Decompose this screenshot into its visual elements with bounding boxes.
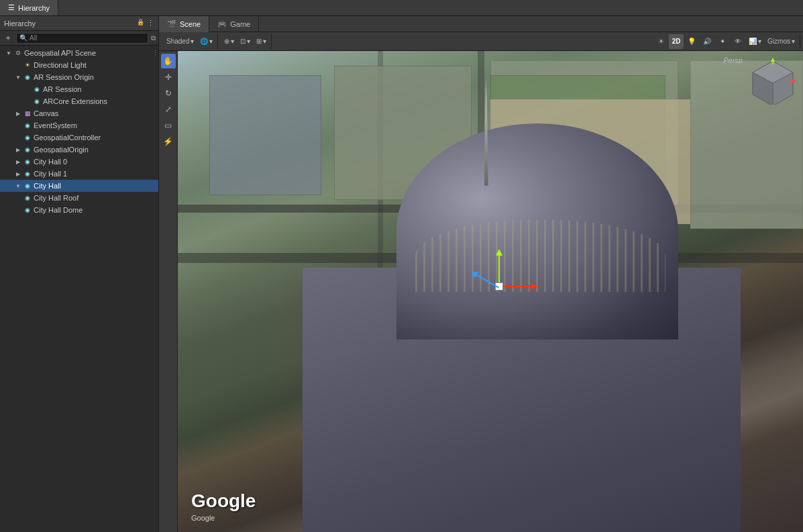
hierarchy-filter-icon[interactable]: ⧉ (151, 34, 156, 42)
lighting-button[interactable]: ☀ (653, 34, 668, 49)
hierarchy-item-city-hall-0[interactable]: ▶ ◉ City Hall 0 (0, 156, 158, 168)
hierarchy-panel: Hierarchy 🔒 ⋮ + 🔍 All ⧉ ▼ ⚙ (0, 16, 159, 532)
global-button[interactable]: ⊞ ▾ (254, 34, 269, 49)
ar-session-origin-icon: ◉ (23, 72, 32, 82)
gizmo-x-axis[interactable] (499, 286, 533, 287)
hierarchy-item-label-eventsystem: EventSystem (34, 121, 77, 129)
hierarchy-item-city-hall-roof[interactable]: ◉ City Hall Roof (0, 192, 158, 204)
stats-button[interactable]: 📊 ▾ (746, 34, 764, 49)
hierarchy-item-city-hall-dome[interactable]: ◉ City Hall Dome (0, 204, 158, 216)
hierarchy-item-geospatial-controller[interactable]: ◉ GeospatialController (0, 131, 158, 144)
nav-cube[interactable] (749, 58, 796, 105)
more-options-icon[interactable]: ⋮ (147, 19, 154, 28)
geospatial-origin-icon: ◉ (23, 145, 32, 154)
hierarchy-item-label-city-hall-dome: City Hall Dome (34, 206, 83, 214)
expand-arrow-scene[interactable]: ▼ (5, 50, 12, 56)
hierarchy-item-ar-session[interactable]: ◉ AR Session (0, 83, 158, 95)
expand-arrow-city-hall-dome (15, 207, 21, 213)
scene-tab-label: Scene (180, 20, 201, 28)
tool-rotate[interactable]: ↻ (161, 86, 176, 101)
globe-button[interactable]: 🌐 ▾ (197, 34, 215, 49)
scene-options[interactable]: ⋮ (152, 50, 158, 56)
draw-mode-label: Shaded (166, 38, 189, 45)
hierarchy-search-box[interactable]: 🔍 All (16, 33, 148, 44)
scene-game-tabs: 🎬 Scene 🎮 Game (159, 16, 803, 32)
hierarchy-item-eventsystem[interactable]: ◉ EventSystem (0, 119, 158, 131)
scene-toolbar: Shaded ▾ 🌐 ▾ ⊕ ▾ ⊡ ▾ (159, 32, 803, 51)
add-hierarchy-button[interactable]: + (3, 33, 13, 44)
2d-button[interactable]: 2D (669, 34, 684, 49)
transform-gizmo[interactable] (466, 253, 533, 320)
tool-hand[interactable]: ✋ (161, 54, 176, 68)
hierarchy-item-canvas[interactable]: ▶ ▦ Canvas (0, 107, 158, 119)
hierarchy-item-label-ar-session: AR Session (43, 85, 81, 93)
gizmos-button[interactable]: Gizmos ▾ (765, 34, 798, 49)
hierarchy-item-city-hall-2[interactable]: ▼ ◉ City Hall (0, 180, 158, 192)
expand-arrow-city-hall-2[interactable]: ▼ (15, 182, 21, 189)
svg-marker-7 (792, 79, 796, 83)
expand-arrow-canvas[interactable]: ▶ (15, 110, 21, 117)
tool-scale[interactable]: ⤢ (161, 102, 176, 117)
hierarchy-item-city-hall-1[interactable]: ▶ ◉ City Hall 1 (0, 168, 158, 180)
fx-icon: ✦ (720, 38, 725, 45)
canvas-icon: ▦ (23, 109, 32, 118)
tab-game[interactable]: 🎮 Game (209, 16, 259, 32)
scene-tab-icon: 🎬 (167, 20, 176, 29)
hierarchy-item-ar-session-origin[interactable]: ▼ ◉ AR Session Origin (0, 71, 158, 83)
city-hall-roof-icon: ◉ (23, 193, 32, 203)
hierarchy-item-label-city-hall-1: City Hall 1 (34, 170, 67, 178)
light-toggle-button[interactable]: 💡 (684, 34, 699, 49)
hierarchy-item-label-canvas: Canvas (34, 109, 58, 117)
audio-button[interactable]: 🔊 (700, 34, 714, 49)
globe-icon: 🌐 (200, 38, 208, 45)
hierarchy-item-arcore-extensions[interactable]: ◉ ARCore Extensions (0, 95, 158, 107)
city-hall-0-icon: ◉ (23, 157, 32, 166)
gizmo-z-axis[interactable] (475, 274, 499, 288)
tool-transform[interactable]: ⚡ (161, 134, 176, 149)
search-placeholder: All (30, 34, 37, 42)
draw-mode-button[interactable]: Shaded ▾ (164, 34, 197, 49)
hierarchy-item-geospatial-scene[interactable]: ▼ ⚙ Geospatial API Scene ⋮ (0, 47, 158, 59)
pivot-button[interactable]: ⊡ ▾ (237, 34, 253, 49)
ar-session-icon: ◉ (32, 85, 42, 94)
tool-rect[interactable]: ▭ (161, 118, 176, 133)
rotate-icon: ↻ (165, 89, 172, 98)
gizmo-y-head (496, 249, 502, 256)
2d-label: 2D (672, 38, 681, 45)
transform-icon: ⚡ (163, 137, 173, 146)
move-gizmo-icon: ⊕ (224, 38, 229, 45)
fx-button[interactable]: ✦ (715, 34, 730, 49)
stats-icon: 📊 (749, 38, 757, 45)
hierarchy-item-label-scene: Geospatial API Scene (24, 49, 96, 57)
game-tab-icon: 🎮 (217, 20, 227, 29)
globe-arrow: ▾ (209, 38, 213, 45)
expand-arrow-geospatial-origin[interactable]: ▶ (15, 146, 21, 153)
tool-move[interactable]: ✛ (161, 70, 176, 85)
expand-arrow-geospatial-controller (15, 134, 21, 141)
scene-icon: ⚙ (13, 48, 23, 58)
lock-icon[interactable]: 🔒 (137, 19, 144, 28)
scene-viewport[interactable]: Persp (178, 51, 803, 532)
rect-icon: ▭ (164, 121, 172, 130)
nav-cube-svg (749, 58, 796, 105)
pivot-icon: ⊡ (240, 38, 246, 45)
tab-scene[interactable]: 🎬 Scene (159, 16, 209, 32)
expand-arrow-ar-session-origin[interactable]: ▼ (15, 74, 21, 81)
expand-arrow-city-hall-0[interactable]: ▶ (15, 158, 21, 165)
hierarchy-item-geospatial-origin[interactable]: ▶ ◉ GeospatialOrigin (0, 144, 158, 156)
hand-icon: ✋ (163, 56, 173, 66)
move-icon: ✛ (165, 72, 172, 82)
hierarchy-item-label-arcore: ARCore Extensions (43, 97, 107, 105)
tab-hierarchy[interactable]: ☰ Hierarchy (0, 0, 58, 15)
gizmo-y-axis[interactable] (498, 253, 500, 286)
hidden-objects-button[interactable]: 👁 (731, 34, 745, 49)
hierarchy-item-directional-light[interactable]: ☀ Directional Light (0, 59, 158, 71)
gizmos-label: Gizmos (767, 38, 790, 45)
expand-arrow-city-hall-1[interactable]: ▶ (15, 170, 21, 177)
svg-marker-5 (771, 58, 775, 62)
dome-details (415, 219, 665, 292)
move-gizmo-button[interactable]: ⊕ ▾ (221, 34, 237, 49)
global-icon: ⊞ (256, 38, 262, 45)
pivot-arrow: ▾ (247, 38, 250, 45)
hierarchy-item-label-city-hall-2: City Hall (34, 182, 61, 190)
